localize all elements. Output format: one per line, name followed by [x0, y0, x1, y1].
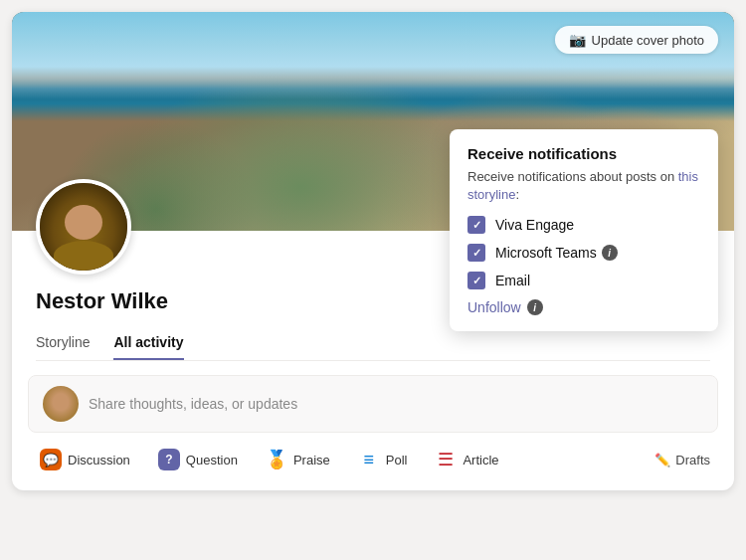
tab-storyline[interactable]: Storyline [36, 326, 90, 360]
article-label: Article [463, 453, 498, 467]
profile-card: 📷 Update cover photo Following 🔔 Nestor … [12, 12, 734, 490]
discussion-label: Discussion [68, 453, 130, 467]
tabs-row: Storyline All activity [36, 326, 710, 361]
notification-title: Receive notifications [467, 145, 700, 162]
update-cover-button[interactable]: 📷 Update cover photo [555, 26, 718, 54]
notification-popup: Receive notifications Receive notificati… [450, 129, 718, 331]
notif-item-microsoft-teams: Microsoft Teams i [467, 244, 700, 262]
compose-avatar [43, 386, 79, 422]
microsoft-teams-info-icon[interactable]: i [602, 245, 618, 261]
notif-storyline-link[interactable]: this storyline [467, 169, 698, 202]
compose-placeholder: Share thoughts, ideas, or updates [89, 396, 297, 412]
camera-icon: 📷 [569, 32, 586, 48]
post-types-toolbar: 💬 Discussion ? Question 🏅 Praise ≡ Poll … [12, 433, 734, 490]
drafts-label: Drafts [675, 453, 710, 467]
praise-icon: 🏅 [266, 449, 287, 470]
notif-item-viva-engage: Viva Engage [467, 216, 700, 234]
poll-icon: ≡ [358, 449, 380, 470]
article-button[interactable]: ☰ Article [423, 443, 510, 476]
tab-all-activity[interactable]: All activity [113, 326, 183, 360]
article-icon: ☰ [435, 449, 457, 470]
discussion-icon: 💬 [40, 449, 62, 470]
drafts-icon: ✏️ [654, 453, 670, 467]
unfollow-info-icon[interactable]: i [527, 299, 543, 315]
update-cover-label: Update cover photo [592, 33, 704, 48]
unfollow-link[interactable]: Unfollow [467, 299, 521, 315]
drafts-button[interactable]: ✏️ Drafts [647, 447, 718, 473]
notif-item-email: Email [467, 272, 700, 289]
discussion-button[interactable]: 💬 Discussion [28, 443, 142, 476]
unfollow-row: Unfollow i [467, 299, 700, 315]
poll-button[interactable]: ≡ Poll [346, 443, 420, 476]
viva-engage-checkbox[interactable] [467, 216, 485, 234]
email-checkbox[interactable] [467, 272, 485, 289]
question-button[interactable]: ? Question [146, 443, 250, 476]
question-label: Question [186, 453, 238, 467]
notification-description: Receive notifications about posts on thi… [467, 168, 700, 204]
microsoft-teams-label: Microsoft Teams i [495, 245, 618, 261]
profile-name: Nestor Wilke [36, 288, 168, 314]
microsoft-teams-checkbox[interactable] [467, 244, 485, 262]
praise-button[interactable]: 🏅 Praise [254, 443, 342, 476]
avatar [36, 179, 131, 275]
question-icon: ? [158, 449, 180, 470]
poll-label: Poll [386, 453, 408, 467]
viva-engage-label: Viva Engage [495, 217, 574, 233]
email-label: Email [495, 273, 530, 288]
avatar-face [40, 183, 127, 271]
compose-area[interactable]: Share thoughts, ideas, or updates [28, 375, 718, 433]
praise-label: Praise [293, 453, 330, 467]
